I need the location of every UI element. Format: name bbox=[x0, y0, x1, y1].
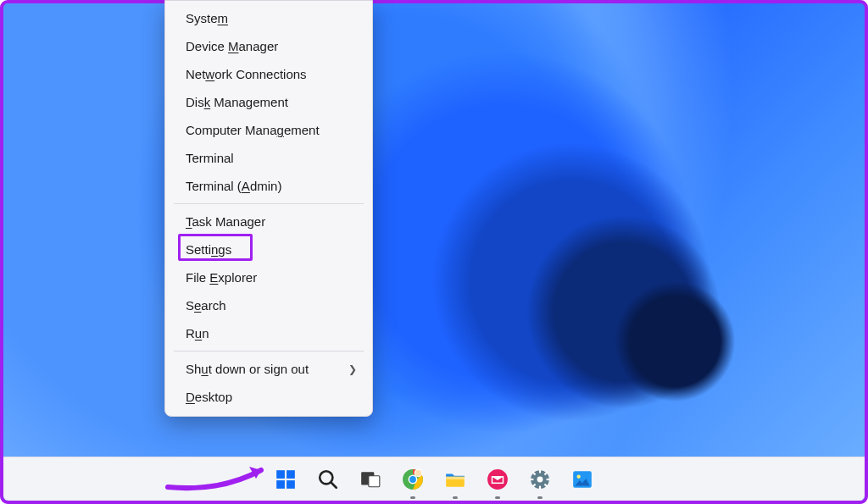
menu-item-label: Desktop bbox=[186, 390, 232, 404]
start-button[interactable] bbox=[270, 464, 301, 495]
menu-item-label: Computer Management bbox=[186, 123, 320, 137]
menu-item-label: Terminal bbox=[186, 151, 234, 165]
menu-item-label: Network Connections bbox=[186, 67, 307, 81]
svg-rect-7 bbox=[369, 475, 380, 486]
menu-item-label: Task Manager bbox=[186, 214, 265, 229]
winx-context-menu: SystemDevice ManagerNetwork ConnectionsD… bbox=[164, 0, 373, 417]
mail-button[interactable] bbox=[482, 464, 513, 495]
chrome-button[interactable] bbox=[398, 464, 428, 495]
menu-item-label: Settings bbox=[186, 242, 231, 257]
task-view-icon bbox=[359, 468, 381, 490]
mail-icon bbox=[487, 468, 509, 490]
search-button[interactable] bbox=[313, 464, 343, 495]
svg-point-27 bbox=[577, 474, 581, 478]
menu-item-disk-management[interactable]: Disk Management bbox=[165, 88, 372, 116]
menu-item-search[interactable]: Search bbox=[165, 291, 372, 319]
menu-item-label: Search bbox=[186, 298, 226, 313]
menu-item-settings[interactable]: Settings bbox=[165, 235, 372, 263]
svg-point-11 bbox=[415, 469, 422, 477]
photos-icon bbox=[571, 468, 593, 490]
svg-rect-1 bbox=[287, 470, 295, 479]
chevron-right-icon: ❯ bbox=[348, 363, 357, 375]
menu-item-device-manager[interactable]: Device Manager bbox=[165, 32, 372, 60]
menu-item-computer-management[interactable]: Computer Management bbox=[165, 116, 372, 144]
svg-line-5 bbox=[331, 482, 337, 488]
taskbar bbox=[3, 457, 865, 501]
svg-rect-2 bbox=[276, 480, 285, 489]
menu-item-terminal-admin[interactable]: Terminal (Admin) bbox=[165, 172, 372, 200]
menu-item-label: Run bbox=[186, 326, 209, 341]
windows-logo-icon bbox=[275, 468, 297, 490]
task-view-button[interactable] bbox=[355, 464, 386, 495]
menu-item-system[interactable]: System bbox=[165, 4, 372, 32]
menu-item-label: Device Manager bbox=[186, 39, 278, 53]
menu-item-label: Shut down or sign out bbox=[186, 362, 309, 376]
search-icon bbox=[317, 468, 339, 490]
menu-separator bbox=[174, 203, 364, 204]
menu-item-run[interactable]: Run bbox=[165, 319, 372, 347]
file-explorer-button[interactable] bbox=[440, 464, 470, 495]
settings-button[interactable] bbox=[525, 464, 555, 495]
menu-separator bbox=[174, 351, 364, 352]
menu-item-desktop[interactable]: Desktop bbox=[165, 383, 372, 411]
menu-item-task-manager[interactable]: Task Manager bbox=[165, 208, 372, 235]
menu-item-label: Terminal (Admin) bbox=[186, 179, 281, 193]
svg-rect-3 bbox=[287, 480, 295, 489]
svg-rect-0 bbox=[276, 470, 285, 479]
menu-item-terminal[interactable]: Terminal bbox=[165, 144, 372, 172]
menu-item-shut-down-or-sign-out[interactable]: Shut down or sign out❯ bbox=[165, 355, 372, 383]
gear-icon bbox=[529, 468, 551, 490]
svg-point-17 bbox=[537, 476, 543, 482]
menu-item-file-explorer[interactable]: File Explorer bbox=[165, 263, 372, 291]
folder-icon bbox=[444, 468, 466, 490]
svg-point-10 bbox=[409, 476, 416, 483]
menu-item-label: Disk Management bbox=[186, 95, 288, 109]
menu-item-label: System bbox=[186, 11, 228, 25]
menu-item-label: File Explorer bbox=[186, 270, 257, 285]
desktop-wallpaper bbox=[0, 0, 868, 504]
chrome-icon bbox=[402, 468, 424, 490]
photos-button[interactable] bbox=[567, 464, 598, 495]
svg-rect-13 bbox=[446, 476, 465, 479]
menu-item-network-connections[interactable]: Network Connections bbox=[165, 60, 372, 88]
